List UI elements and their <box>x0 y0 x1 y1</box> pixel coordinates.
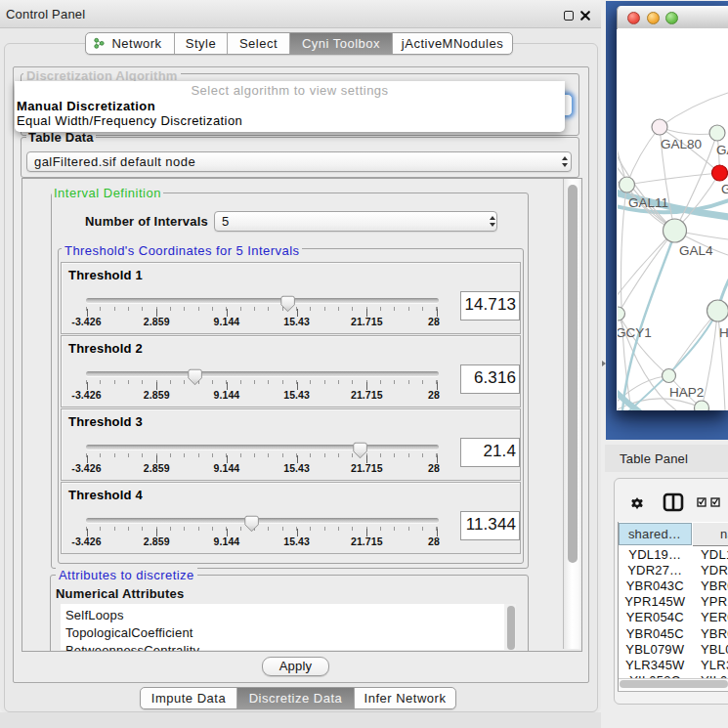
svg-text:H: H <box>719 325 728 340</box>
svg-text:GAL11: GAL11 <box>628 195 668 210</box>
svg-text:GCY1: GCY1 <box>618 325 652 340</box>
svg-text:G: G <box>721 182 728 196</box>
svg-text:GAL4: GAL4 <box>679 243 713 258</box>
svg-text:GA: GA <box>716 143 728 157</box>
svg-text:HAP2: HAP2 <box>669 385 704 400</box>
svg-text:GAL80: GAL80 <box>661 137 702 151</box>
